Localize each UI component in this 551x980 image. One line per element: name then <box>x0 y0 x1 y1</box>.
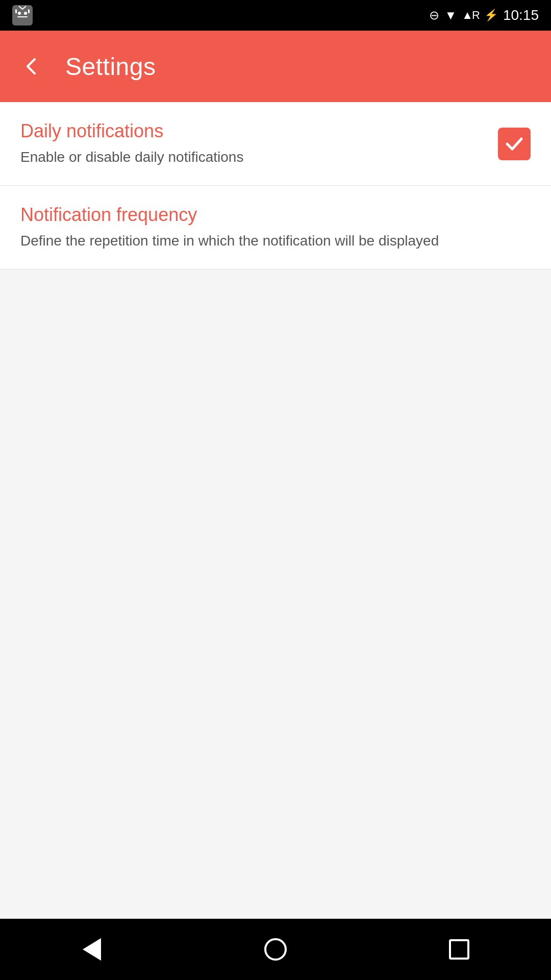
daily-notifications-item[interactable]: Daily notifications Enable or disable da… <box>0 102 551 186</box>
notification-frequency-desc: Define the repetition time in which the … <box>20 231 515 251</box>
dnd-icon: ⊖ <box>429 8 439 22</box>
svg-rect-0 <box>12 5 33 26</box>
status-bar: ⊖ ▼ ▲R ⚡ 10:15 <box>0 0 551 31</box>
wifi-icon: ▼ <box>444 8 457 22</box>
app-bar: Settings <box>0 31 551 102</box>
nav-recents-button[interactable] <box>439 929 480 970</box>
nav-bar <box>0 919 551 980</box>
status-bar-right: ⊖ ▼ ▲R ⚡ 10:15 <box>429 7 539 23</box>
nav-home-button[interactable] <box>255 929 296 970</box>
settings-content: Daily notifications Enable or disable da… <box>0 102 551 919</box>
empty-area <box>0 270 551 919</box>
nav-back-icon <box>83 938 101 961</box>
app-bar-title: Settings <box>65 53 156 81</box>
daily-notifications-desc: Enable or disable daily notifications <box>20 147 483 167</box>
notification-frequency-title: Notification frequency <box>20 204 515 226</box>
battery-icon: ⚡ <box>484 9 498 22</box>
signal-icon: ▲R <box>462 9 479 22</box>
status-bar-left <box>12 5 33 26</box>
nav-recents-icon <box>449 939 469 960</box>
nav-home-icon <box>264 938 287 961</box>
nav-back-button[interactable] <box>71 929 112 970</box>
daily-notifications-checkbox[interactable] <box>498 128 531 160</box>
svg-rect-4 <box>15 9 17 13</box>
notification-frequency-item[interactable]: Notification frequency Define the repeti… <box>0 186 551 270</box>
app-icon <box>12 5 33 26</box>
daily-notifications-title: Daily notifications <box>20 120 483 142</box>
svg-rect-3 <box>17 16 28 17</box>
status-time: 10:15 <box>503 7 539 23</box>
daily-notifications-text: Daily notifications Enable or disable da… <box>20 120 498 167</box>
svg-point-1 <box>18 12 21 15</box>
svg-point-2 <box>24 12 27 15</box>
svg-rect-5 <box>28 9 30 13</box>
notification-frequency-text: Notification frequency Define the repeti… <box>20 204 531 251</box>
back-button[interactable] <box>16 51 47 82</box>
